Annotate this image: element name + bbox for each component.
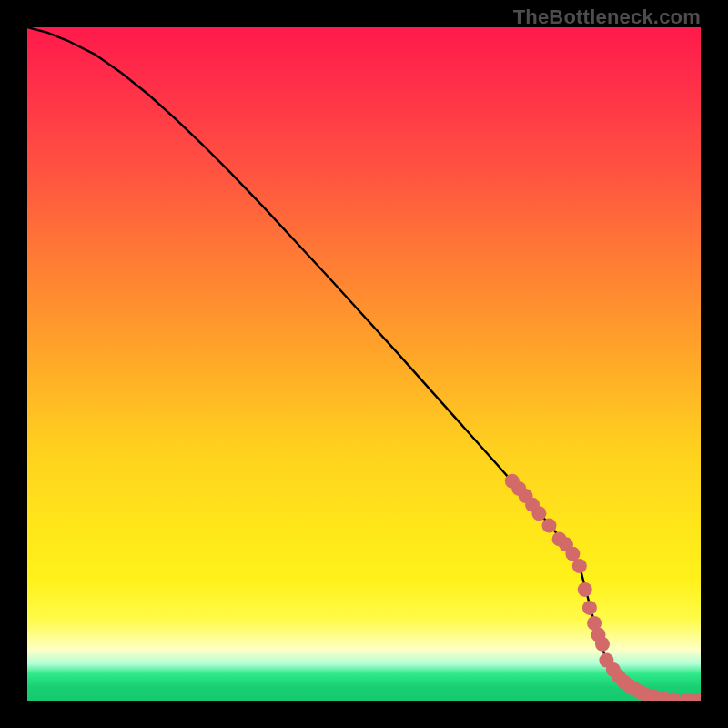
chart-stage: TheBottleneck.com — [0, 0, 728, 728]
curve-marker — [656, 691, 671, 701]
attribution-watermark: TheBottleneck.com — [513, 5, 701, 29]
curve-marker — [612, 669, 626, 683]
curve-marker — [606, 662, 621, 677]
curve-marker — [511, 481, 526, 496]
curve-layer — [27, 27, 701, 701]
curve-marker — [599, 653, 613, 668]
curve-marker — [542, 519, 557, 533]
curve-marker — [646, 690, 661, 701]
curve-marker — [572, 559, 587, 573]
curve-marker — [519, 489, 533, 503]
curve-marker — [680, 693, 694, 701]
curve-marker — [505, 474, 520, 489]
curve-marker — [559, 537, 573, 551]
curve-marker — [666, 693, 681, 701]
curve-marker — [690, 693, 701, 701]
curve-marker — [595, 637, 610, 652]
curve-markers-group — [505, 474, 701, 701]
curve-marker — [587, 616, 602, 631]
curve-marker — [552, 531, 567, 546]
curve-marker — [525, 498, 540, 512]
curve-marker — [617, 674, 632, 689]
curve-marker — [592, 627, 606, 642]
curve-marker — [632, 684, 647, 699]
curve-marker — [640, 688, 654, 701]
curve-marker — [578, 582, 592, 597]
plot-area — [27, 27, 701, 701]
curve-marker — [627, 682, 642, 696]
curve-marker — [565, 547, 580, 561]
curve-marker — [531, 506, 546, 521]
curve-marker — [622, 679, 637, 693]
bottleneck-curve — [27, 27, 701, 701]
curve-marker — [582, 601, 597, 615]
points-layer — [27, 27, 701, 701]
